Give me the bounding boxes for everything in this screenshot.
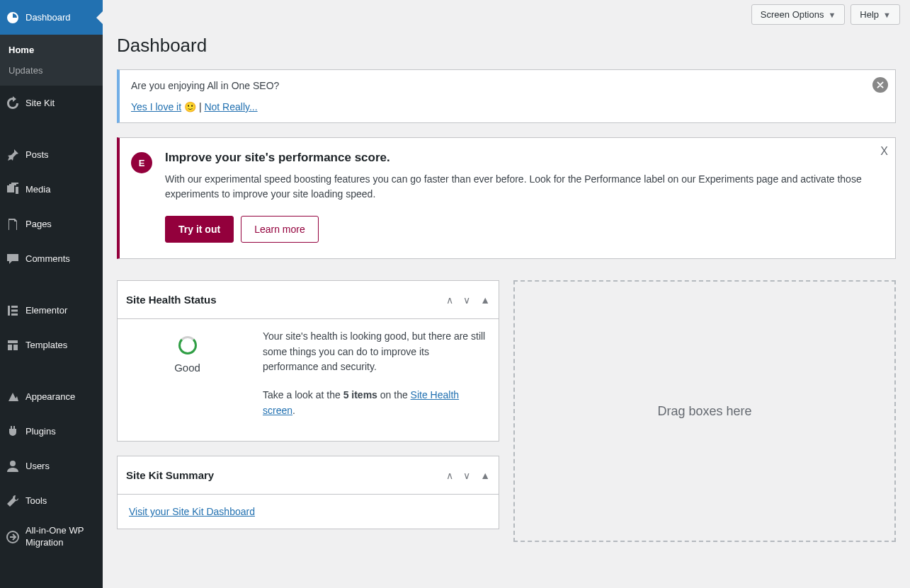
drop-zone[interactable]: Drag boxes here xyxy=(513,280,896,542)
move-up-button[interactable]: ∧ xyxy=(446,470,453,481)
appearance-icon xyxy=(6,390,20,404)
sidebar-item-dashboard[interactable]: Dashboard xyxy=(0,0,103,35)
elementor-icon xyxy=(6,304,20,318)
sidebar-item-elementor[interactable]: Elementor xyxy=(0,293,103,328)
svg-point-4 xyxy=(10,461,16,466)
sidebar-item-migration[interactable]: All-in-One WP Migration xyxy=(0,518,103,556)
sidebar-item-label: Comments xyxy=(25,253,70,264)
aioseo-yes-link[interactable]: Yes I love it xyxy=(131,101,181,113)
sidebar-item-media[interactable]: Media xyxy=(0,172,103,207)
sidebar-item-appearance[interactable]: Appearance xyxy=(0,379,103,414)
sidebar-item-templates[interactable]: Templates xyxy=(0,328,103,362)
sidebar-item-users[interactable]: Users xyxy=(0,449,103,483)
aioseo-no-link[interactable]: Not Really... xyxy=(204,101,257,113)
toggle-panel-button[interactable]: ▲ xyxy=(480,470,490,481)
sidebar-subitem-updates[interactable]: Updates xyxy=(0,60,103,81)
toggle-panel-button[interactable]: ▲ xyxy=(480,294,490,306)
screen-options-button[interactable]: Screen Options ▼ xyxy=(751,4,846,25)
migration-icon xyxy=(6,530,20,544)
dashboard-icon xyxy=(6,11,20,25)
site-health-title: Site Health Status xyxy=(126,294,217,306)
admin-sidebar: Dashboard Home Updates Site Kit Posts Me… xyxy=(0,0,103,588)
learn-more-button[interactable]: Learn more xyxy=(241,216,319,243)
sidebar-item-pages[interactable]: Pages xyxy=(0,207,103,241)
aioseo-notice: Are you enjoying All in One SEO? Yes I l… xyxy=(117,69,896,123)
sidebar-item-label: Elementor xyxy=(25,305,67,316)
move-down-button[interactable]: ∨ xyxy=(463,294,470,306)
sidebar-subitem-home[interactable]: Home xyxy=(0,40,103,60)
sidebar-item-label: Tools xyxy=(25,495,47,506)
sidebar-item-label: All-in-One WP Migration xyxy=(25,525,97,549)
comment-icon xyxy=(6,252,20,266)
sidebar-item-label: Plugins xyxy=(25,426,56,437)
health-items-count: 5 items xyxy=(343,389,377,400)
sidebar-item-sitekit[interactable]: Site Kit xyxy=(0,86,103,120)
elementor-notice-desc: With our experimental speed boosting fea… xyxy=(165,172,867,202)
elementor-notice: E Improve your site's performance score.… xyxy=(117,137,896,259)
page-title: Dashboard xyxy=(117,35,896,57)
sitekit-summary-title: Site Kit Summary xyxy=(126,469,214,481)
sitekit-icon xyxy=(6,96,20,110)
health-description: Your site's health is looking good, but … xyxy=(263,329,487,375)
elementor-badge-icon: E xyxy=(131,152,152,173)
templates-icon xyxy=(6,338,20,352)
move-down-button[interactable]: ∨ xyxy=(463,470,470,481)
health-ring-icon xyxy=(178,336,197,354)
try-it-out-button[interactable]: Try it out xyxy=(165,216,234,243)
sidebar-item-label: Appearance xyxy=(25,391,75,402)
site-health-postbox: Site Health Status ∧ ∨ ▲ Good xyxy=(117,280,499,442)
sitekit-dashboard-link[interactable]: Visit your Site Kit Dashboard xyxy=(129,506,255,517)
elementor-notice-title: Improve your site's performance score. xyxy=(165,151,867,165)
svg-rect-2 xyxy=(11,309,18,311)
svg-rect-1 xyxy=(11,306,18,308)
sidebar-item-label: Media xyxy=(25,184,50,195)
aioseo-question: Are you enjoying All in One SEO? xyxy=(131,80,867,91)
svg-rect-0 xyxy=(8,306,10,316)
dismiss-button[interactable]: X xyxy=(880,145,888,158)
plugins-icon xyxy=(6,425,20,439)
sidebar-item-label: Dashboard xyxy=(25,12,71,23)
dismiss-button[interactable] xyxy=(872,77,888,93)
sidebar-item-label: Pages xyxy=(25,219,52,229)
sidebar-item-tools[interactable]: Tools xyxy=(0,483,103,518)
page-icon xyxy=(6,217,20,231)
pin-icon xyxy=(6,148,20,162)
content-area: Screen Options ▼ Help ▼ Dashboard Are yo… xyxy=(103,0,910,588)
sidebar-submenu: Home Updates xyxy=(0,35,103,86)
svg-rect-3 xyxy=(11,313,18,316)
caret-down-icon: ▼ xyxy=(828,11,836,19)
sidebar-item-label: Templates xyxy=(25,340,67,350)
screen-meta-links: Screen Options ▼ Help ▼ xyxy=(103,0,910,25)
screen-options-label: Screen Options xyxy=(761,9,824,20)
emoji-smile-icon: 🙂 xyxy=(184,101,196,113)
sidebar-item-comments[interactable]: Comments xyxy=(0,241,103,276)
sitekit-summary-postbox: Site Kit Summary ∧ ∨ ▲ Visit your Site K… xyxy=(117,456,499,529)
sidebar-item-label: Site Kit xyxy=(25,98,55,108)
sidebar-item-label: Users xyxy=(25,461,50,471)
caret-down-icon: ▼ xyxy=(883,11,891,19)
close-icon: X xyxy=(880,145,888,158)
tools-icon xyxy=(6,494,20,508)
drop-zone-label: Drag boxes here xyxy=(657,404,751,419)
sidebar-item-plugins[interactable]: Plugins xyxy=(0,414,103,449)
health-items-line: Take a look at the 5 items on the Site H… xyxy=(263,388,487,418)
close-icon xyxy=(876,81,885,89)
help-button[interactable]: Help ▼ xyxy=(851,4,900,25)
users-icon xyxy=(6,459,20,473)
health-status-label: Good xyxy=(174,362,200,374)
sidebar-item-label: Posts xyxy=(25,149,49,160)
sidebar-item-posts[interactable]: Posts xyxy=(0,137,103,172)
move-up-button[interactable]: ∧ xyxy=(446,294,453,306)
aioseo-links: Yes I love it 🙂 | Not Really... xyxy=(131,101,867,113)
help-label: Help xyxy=(860,9,879,20)
media-icon xyxy=(6,183,20,197)
